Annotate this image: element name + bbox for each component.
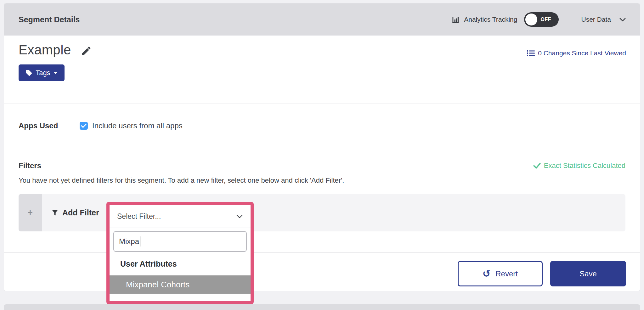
segment-details-card: Segment Details: [4, 3, 640, 291]
filters-label: Filters: [19, 161, 41, 170]
add-filter-label: Add Filter: [62, 208, 99, 217]
changes-link-label: 0 Changes Since Last Viewed: [538, 49, 626, 57]
dropdown-group-header: User Attributes: [120, 259, 251, 268]
edit-pencil-icon[interactable]: [81, 45, 92, 57]
changes-since-last-viewed-link[interactable]: 0 Changes Since Last Viewed: [527, 49, 626, 57]
user-data-label: User Data: [581, 16, 611, 23]
analytics-tracking-label: Analytics Tracking: [464, 16, 517, 23]
analytics-toggle[interactable]: OFF: [524, 12, 559, 27]
tags-button-label: Tags: [36, 69, 50, 77]
include-all-apps-checkbox[interactable]: [80, 122, 88, 130]
filter-search-input[interactable]: Mixpa: [113, 231, 247, 252]
filters-description: You have not yet defined filters for thi…: [4, 176, 640, 185]
page: Segment Details: [0, 0, 644, 310]
funnel-icon: [51, 209, 59, 216]
chevron-down-icon: [236, 214, 243, 219]
option-mixpanel-cohorts[interactable]: Mixpanel Cohorts: [110, 275, 251, 294]
chevron-down-icon: [619, 17, 626, 22]
filter-search-value: Mixpa: [119, 237, 139, 246]
apps-used-label: Apps Used: [19, 121, 80, 130]
exact-statistics-label: Exact Statistics Calculated: [544, 162, 625, 170]
segment-name: Example: [19, 42, 71, 58]
user-data-dropdown[interactable]: User Data: [570, 3, 640, 36]
checkmark-icon: [533, 163, 541, 169]
exact-statistics-status: Exact Statistics Calculated: [533, 162, 625, 170]
header-controls: Analytics Tracking OFF User Data: [441, 3, 640, 36]
tags-button[interactable]: Tags: [19, 64, 65, 81]
annotation-highlight-box: Select Filter... Mixpa User Attributes M…: [106, 202, 254, 304]
undo-icon: ↺: [483, 269, 490, 279]
caret-down-icon: [54, 72, 58, 74]
tag-icon: [25, 69, 32, 76]
check-icon: [81, 124, 87, 128]
filter-select-value: Select Filter...: [117, 212, 236, 221]
bar-chart-icon: [451, 15, 460, 24]
add-filter-button[interactable]: Add Filter: [51, 208, 99, 217]
segment-title-section: Example Tags: [4, 36, 640, 103]
analytics-tracking-control: Analytics Tracking OFF: [441, 3, 570, 36]
next-card-header-strip: [4, 304, 640, 310]
include-all-apps-label: Include users from all apps: [92, 121, 183, 130]
list-icon: [527, 50, 535, 57]
filter-dropdown-panel: Mixpa User Attributes Mixpanel Cohorts: [110, 228, 251, 301]
revert-button[interactable]: ↺ Revert: [458, 261, 543, 286]
filters-section: Filters Exact Statistics Calculated You …: [4, 148, 640, 252]
card-header: Segment Details: [4, 3, 640, 36]
add-filter-plus-button[interactable]: +: [19, 194, 42, 231]
footer-actions: ↺ Revert Save: [4, 252, 640, 295]
save-button[interactable]: Save: [550, 261, 626, 286]
toggle-knob: [525, 14, 537, 25]
page-title: Segment Details: [4, 15, 441, 24]
text-cursor: [140, 236, 140, 246]
apps-used-section: Apps Used Include users from all apps: [4, 103, 640, 148]
filter-select[interactable]: Select Filter...: [110, 205, 251, 228]
save-button-label: Save: [579, 269, 597, 278]
revert-button-label: Revert: [495, 269, 518, 278]
toggle-state-label: OFF: [540, 17, 551, 22]
